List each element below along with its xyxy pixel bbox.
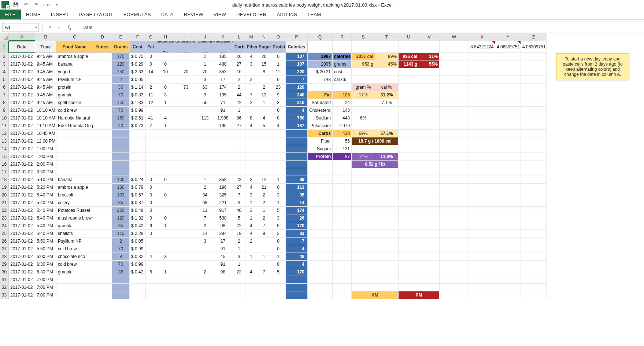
grid-cell[interactable] — [233, 145, 245, 153]
grid-cell[interactable]: 3 — [245, 60, 257, 68]
grid-cell[interactable]: 9:45 AM — [35, 84, 56, 91]
grid-cell[interactable] — [308, 230, 333, 238]
grid-cell[interactable] — [352, 276, 375, 284]
grid-cell[interactable] — [245, 276, 257, 284]
grid-cell[interactable]: 22 — [233, 99, 245, 107]
grid-cell[interactable]: $ 1.33 — [130, 99, 146, 107]
grid-cell[interactable]: 11 — [146, 91, 156, 99]
grid-cell[interactable]: 2017-01-02 — [9, 238, 35, 245]
grid-cell[interactable] — [521, 161, 547, 168]
grid-cell[interactable]: Potassium — [308, 122, 333, 130]
grid-cell[interactable]: 91 — [213, 245, 233, 253]
grid-cell[interactable] — [271, 276, 286, 284]
column-header-S[interactable]: S — [352, 33, 375, 41]
grid-cell[interactable]: 0 — [156, 191, 175, 199]
grid-cell[interactable] — [419, 238, 440, 245]
grid-cell[interactable] — [419, 114, 440, 122]
grid-cell[interactable]: 221 — [213, 199, 233, 207]
column-header-Z[interactable]: Z — [521, 33, 547, 41]
header-cell[interactable]: Cost — [130, 41, 146, 53]
grid-cell[interactable] — [257, 245, 271, 253]
grid-cell[interactable]: 3 — [271, 99, 286, 107]
row-header-16[interactable]: 16 — [0, 161, 9, 168]
grid-cell[interactable]: 4 — [245, 184, 257, 191]
grid-cell[interactable]: mushrooms brown — [56, 214, 93, 222]
grid-cell[interactable] — [440, 291, 469, 299]
grid-cell[interactable]: 2017-01-02 — [9, 261, 35, 268]
grid-cell[interactable] — [93, 276, 112, 284]
grid-cell[interactable]: 11:10 AM — [35, 122, 56, 130]
grid-cell[interactable] — [271, 145, 286, 153]
grid-cell[interactable]: 7:00 PM — [35, 291, 56, 299]
grid-cell[interactable]: 9 — [257, 230, 271, 238]
grid-cell[interactable] — [375, 191, 399, 199]
grid-cell[interactable] — [469, 137, 495, 145]
grid-cell[interactable]: 98 — [213, 268, 233, 276]
header-cell[interactable]: Grams — [112, 41, 130, 53]
grid-cell[interactable] — [399, 137, 419, 145]
grid-cell[interactable]: 936 cal — [399, 53, 419, 60]
grid-cell[interactable] — [233, 137, 245, 145]
grid-cell[interactable] — [399, 99, 419, 107]
column-header-T[interactable]: T — [375, 33, 399, 41]
grid-cell[interactable] — [175, 107, 197, 114]
grid-cell[interactable]: 0 — [146, 60, 156, 68]
grid-cell[interactable] — [521, 199, 547, 207]
grid-cell[interactable]: 2017-01-02 — [9, 276, 35, 284]
grid-cell[interactable]: 150 — [112, 114, 130, 122]
grid-cell[interactable] — [146, 137, 156, 145]
grid-cell[interactable]: 2017-01-02 — [9, 245, 35, 253]
grid-cell[interactable] — [308, 191, 333, 199]
grid-cell[interactable] — [521, 107, 547, 114]
grid-cell[interactable] — [399, 191, 419, 199]
grid-cell[interactable] — [495, 114, 521, 122]
grid-cell[interactable]: 115 — [112, 230, 130, 238]
grid-cell[interactable] — [419, 153, 440, 161]
header-cell[interactable]: Protein — [271, 41, 286, 53]
grid-cell[interactable]: 2051 cal — [352, 53, 375, 60]
grid-cell[interactable] — [112, 291, 130, 299]
grid-cell[interactable]: 5:40 PM — [35, 214, 56, 222]
grid-cell[interactable] — [333, 253, 352, 261]
grid-cell[interactable] — [175, 230, 197, 238]
grid-cell[interactable] — [399, 261, 419, 268]
header-cell[interactable]: Saturated Fat — [156, 41, 175, 53]
grid-cell[interactable]: 17 — [213, 76, 233, 84]
grid-cell[interactable]: 2017-01-02 — [9, 184, 35, 191]
grid-cell[interactable] — [352, 268, 375, 276]
grid-cell[interactable]: 70 — [112, 107, 130, 114]
grid-cell[interactable] — [521, 145, 547, 153]
grid-cell[interactable]: 5:40 PM — [35, 191, 56, 199]
grid-cell[interactable] — [175, 253, 197, 261]
grid-cell[interactable]: 5:20 PM — [35, 184, 56, 191]
grid-cell[interactable]: $ 0.05 — [130, 76, 146, 84]
grid-cell[interactable] — [495, 130, 521, 137]
grid-cell[interactable] — [93, 107, 112, 114]
row-header-12[interactable]: 12 — [0, 130, 9, 137]
grid-cell[interactable] — [440, 68, 469, 76]
formula-input[interactable]: Date — [79, 25, 644, 30]
grid-cell[interactable]: 63 — [197, 84, 213, 91]
grid-cell[interactable]: $ 0.37 — [130, 199, 146, 207]
grid-cell[interactable] — [469, 68, 495, 76]
grid-cell[interactable] — [399, 130, 419, 137]
grid-cell[interactable]: $ 0.05 — [130, 238, 146, 245]
grid-cell[interactable] — [175, 245, 197, 253]
grid-cell[interactable] — [112, 284, 130, 291]
grid-cell[interactable] — [93, 68, 112, 76]
grid-cell[interactable]: 174 — [213, 84, 233, 91]
grid-cell[interactable] — [308, 268, 333, 276]
grid-cell[interactable] — [93, 291, 112, 299]
grid-cell[interactable] — [233, 168, 245, 176]
ribbon-tab-file[interactable]: FILE — [0, 10, 21, 19]
grid-cell[interactable] — [175, 99, 197, 107]
grid-cell[interactable] — [93, 130, 112, 137]
header-cell[interactable] — [375, 41, 399, 53]
grid-cell[interactable]: cal / $ — [333, 76, 352, 84]
grid-cell[interactable] — [495, 199, 521, 207]
grid-cell[interactable] — [213, 168, 233, 176]
grid-cell[interactable]: 0 — [156, 214, 175, 222]
grid-cell[interactable] — [352, 261, 375, 268]
grid-cell[interactable] — [257, 238, 271, 245]
grid-cell[interactable] — [308, 161, 333, 168]
